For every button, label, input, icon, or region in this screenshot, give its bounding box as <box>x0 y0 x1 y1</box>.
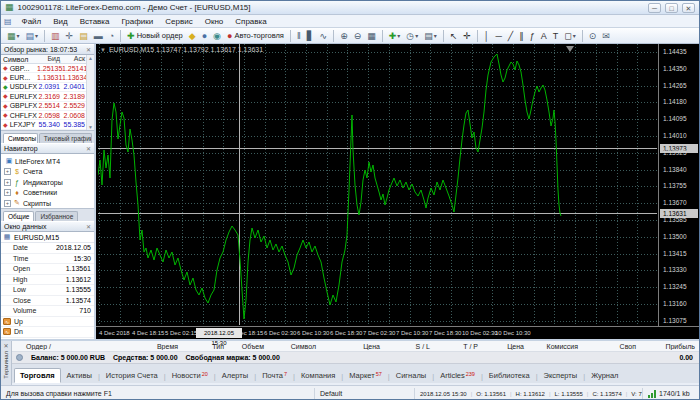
market-watch-row[interactable]: ◆CHFLFX2.05982.0608 <box>1 111 94 120</box>
expand-plus-icon[interactable]: + <box>4 200 11 207</box>
market-watch-row[interactable]: ◆GBPLFX2.55142.5529 <box>1 102 94 111</box>
fibonacci-button[interactable]: ƒ <box>528 29 537 43</box>
tab-favorites[interactable]: Избранное <box>35 211 78 221</box>
close-icon[interactable]: ✕ <box>86 223 91 230</box>
strategy-tester-toggle[interactable]: ◔ <box>107 29 116 43</box>
menu-item-Вставка[interactable]: Вставка <box>74 17 116 26</box>
terminal-col-Символ[interactable]: Символ <box>268 343 320 350</box>
terminal-col-Объем[interactable]: Объем <box>228 343 268 350</box>
zoom-in-button[interactable]: ⊕ <box>338 29 350 43</box>
close-icon[interactable]: ✕ <box>3 342 8 349</box>
search-button[interactable]: ⊙ <box>587 29 599 43</box>
menu-item-Вид[interactable]: Вид <box>47 17 73 26</box>
text-button[interactable]: A <box>539 29 549 43</box>
crosshair-button[interactable]: ✛ <box>461 29 473 43</box>
market-watch-row[interactable]: ◆LFXJPY55.34055.385 <box>1 120 94 129</box>
tree-item-Скрипты[interactable]: +✎Скрипты <box>1 198 94 209</box>
market-watch-toggle[interactable]: ▥ <box>49 29 62 43</box>
chevron-down-icon[interactable]: ▾ <box>17 32 20 39</box>
bars-chart-button[interactable]: ‖ <box>295 29 303 43</box>
horizontal-line-button[interactable]: ─ <box>493 29 503 43</box>
terminal-col-Цена[interactable]: Цена <box>482 343 528 350</box>
autotrade-button[interactable]: ●Авто-торговля <box>225 29 286 43</box>
tree-item-Советники[interactable]: +♦Советники <box>1 188 94 199</box>
terminal-toggle[interactable]: ▬ <box>92 29 105 43</box>
chevron-down-icon[interactable]: ▾ <box>434 32 437 39</box>
expand-plus-icon[interactable]: + <box>4 168 11 175</box>
market-watch-row[interactable]: ◆EURLFX2.31692.3189 <box>1 92 94 101</box>
chevron-down-icon[interactable]: ▾ <box>573 32 576 39</box>
tree-root[interactable]: ▣LiteForex MT4 <box>1 156 94 167</box>
indicators-button[interactable]: ✚▾ <box>387 29 403 43</box>
terminal-col-Цена[interactable]: Цена <box>320 343 384 350</box>
shapes-button[interactable]: ◻▾ <box>562 29 578 43</box>
bottom-tab-Articles[interactable]: Articles239 <box>434 368 481 383</box>
terminal-col-T / P[interactable]: T / P <box>434 343 482 350</box>
tree-item-Индикаторы[interactable]: +ƒИндикаторы <box>1 177 94 188</box>
terminal-col-Прибыль[interactable]: Прибыль <box>640 343 699 350</box>
periods-button[interactable]: ◷▾ <box>404 29 420 43</box>
navigator-toggle[interactable]: ▤ <box>77 29 90 43</box>
bottom-tab-Новости[interactable]: Новости20 <box>166 368 214 383</box>
tab-symbols[interactable]: Символы <box>3 133 38 143</box>
chevron-down-icon[interactable]: ▼ <box>100 47 106 53</box>
menu-item-Справка[interactable]: Справка <box>229 17 272 26</box>
data-window-toggle[interactable]: ✛ <box>64 29 76 43</box>
menu-item-Окно[interactable]: Окно <box>199 17 230 26</box>
maximize-button[interactable]: □ <box>665 3 678 13</box>
minimize-button[interactable]: ─ <box>648 3 661 13</box>
price-chart[interactable] <box>98 44 657 325</box>
templates-button[interactable]: ▤▾ <box>422 29 439 43</box>
candles-chart-button[interactable]: ▋ <box>305 29 316 43</box>
zoom-out-button[interactable]: ⊖ <box>352 29 364 43</box>
line-chart-button[interactable]: ∿ <box>318 29 330 43</box>
close-icon[interactable]: ✕ <box>86 145 91 152</box>
profiles-button[interactable]: ▤▾ <box>24 29 41 43</box>
community-button[interactable]: ● <box>200 29 209 43</box>
trendline-button[interactable]: ╱ <box>506 29 515 43</box>
bottom-tab-Торговля[interactable]: Торговля <box>14 368 61 383</box>
label-button[interactable]: T <box>551 29 561 43</box>
expand-plus-icon[interactable]: + <box>4 179 11 186</box>
bottom-tab-Библиотека[interactable]: Библиотека <box>483 368 536 383</box>
market-watch-row[interactable]: ◆EUR...1.136311.13634 <box>1 73 94 82</box>
bottom-tab-История Счета[interactable]: История Счета <box>100 368 164 383</box>
menu-item-Файл[interactable]: Файл <box>16 17 48 26</box>
chevron-down-icon[interactable]: ▾ <box>35 32 38 39</box>
market-watch-row[interactable]: ◆USDLFX2.03912.0401 <box>1 83 94 92</box>
expand-plus-icon[interactable]: + <box>4 189 11 196</box>
bottom-tab-Эксперты[interactable]: Эксперты <box>538 368 584 383</box>
chevron-down-icon[interactable]: ▾ <box>415 32 418 39</box>
scroll-down-icon[interactable]: ▼ <box>88 124 93 130</box>
status-profile[interactable]: Default <box>315 388 415 400</box>
market-watch-row[interactable]: ◆GBP...1.251351.25141 <box>1 64 94 73</box>
new-order-button[interactable]: ✚Новый ордер <box>125 29 185 43</box>
tab-tick-chart[interactable]: Тиковый график <box>39 133 92 143</box>
bottom-tab-Сигналы[interactable]: Сигналы <box>390 368 432 383</box>
channel-button[interactable]: ∥ <box>517 29 526 43</box>
tab-common[interactable]: Общие <box>3 211 34 221</box>
terminal-col-S / L[interactable]: S / L <box>384 343 434 350</box>
scroll-up-icon[interactable]: ▲ <box>88 55 93 61</box>
terminal-col-Своп[interactable]: Своп <box>582 343 640 350</box>
bottom-tab-Журнал[interactable]: Журнал <box>585 368 624 383</box>
chevron-down-icon[interactable]: ▾ <box>397 32 400 39</box>
metaeditor-button[interactable]: ◆ <box>187 29 198 43</box>
terminal-col-Комиссия[interactable]: Комиссия <box>528 343 582 350</box>
bottom-tab-Почта[interactable]: Почта7 <box>256 368 293 383</box>
terminal-col-Ордер /[interactable]: Ордер / <box>12 343 140 350</box>
cursor-button[interactable]: ↖ <box>448 29 460 43</box>
price-axis[interactable]: 1.13973 1.13631 1.144351.143501.142651.1… <box>658 44 699 326</box>
chat-button[interactable]: ✉ <box>600 29 612 43</box>
menu-item-Сервис[interactable]: Сервис <box>159 17 198 26</box>
close-button[interactable]: ✕ <box>682 3 695 13</box>
bottom-tab-Активы[interactable]: Активы <box>61 368 98 383</box>
tree-item-Счета[interactable]: +$Счета <box>1 167 94 178</box>
market-watch-scrollbar[interactable]: ▲ ▼ <box>86 55 94 130</box>
time-axis[interactable]: 2018.12.05 15:30 4 Dec 20184 Dec 18:155 … <box>96 326 699 339</box>
tile-windows-button[interactable]: ▦ <box>365 29 378 43</box>
close-icon[interactable]: ✕ <box>86 46 91 53</box>
bottom-tab-Маркет[interactable]: Маркет57 <box>343 368 388 383</box>
new-chart-button[interactable]: ▦▾ <box>5 29 22 43</box>
vertical-line-button[interactable]: │ <box>482 29 492 43</box>
